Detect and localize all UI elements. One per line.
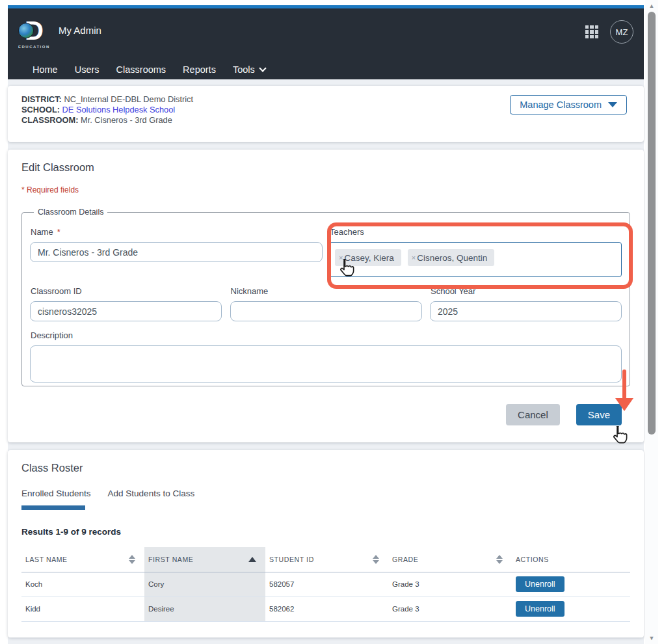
sort-ascending-icon[interactable] xyxy=(248,557,256,562)
nav-item-label: Tools xyxy=(233,64,255,75)
sort-icon[interactable] xyxy=(496,555,503,564)
cell-last-name: Koch xyxy=(21,572,144,597)
teachers-field-group: Teachers × Casey, Kiera × Cisneros, Quen… xyxy=(329,223,622,277)
classroom-context-card: DISTRICT: NC_Internal DE-DBL Demo Distri… xyxy=(8,86,644,142)
brand: D EDUCATION My Admin xyxy=(18,16,101,53)
required-fields-note: * Required fields xyxy=(21,185,630,195)
discovery-education-logo: D EDUCATION xyxy=(18,16,52,53)
classroom-id-input[interactable] xyxy=(30,301,222,321)
table-row: Koch Cory 582057 Grade 3 Unenroll xyxy=(21,572,630,597)
remove-teacher-icon[interactable]: × xyxy=(412,254,416,262)
apps-grid-icon[interactable] xyxy=(585,25,598,38)
chevron-down-icon xyxy=(259,64,266,72)
nav-item-users[interactable]: Users xyxy=(75,64,100,75)
fieldset-legend: Classroom Details xyxy=(34,208,107,217)
nickname-field-group: Nickname xyxy=(230,282,422,321)
school-year-label: School Year xyxy=(431,286,622,296)
remove-teacher-icon[interactable]: × xyxy=(339,254,343,262)
app-title: My Admin xyxy=(59,25,101,36)
column-header-first-name[interactable]: FIRST NAME xyxy=(144,547,265,572)
column-header-student-id[interactable]: STUDENT ID xyxy=(265,547,388,572)
class-roster-card: Class Roster Enrolled Students Add Stude… xyxy=(8,450,644,637)
classroom-row: CLASSROOM: Mr. Cisneros - 3rd Grade xyxy=(21,115,630,126)
classroom-id-label: Classroom ID xyxy=(31,286,222,296)
logo-caption: EDUCATION xyxy=(18,45,55,49)
classroom-value: Mr. Cisneros - 3rd Grade xyxy=(81,115,172,125)
nav-item-tools[interactable]: Tools xyxy=(233,64,265,75)
school-year-field-group: School Year xyxy=(430,282,622,321)
description-field-group: Description xyxy=(30,327,622,382)
tab-add-students[interactable]: Add Students to Class xyxy=(108,489,195,498)
avatar-initials: MZ xyxy=(616,27,628,37)
save-button[interactable]: Save xyxy=(576,404,622,425)
edit-classroom-card: Edit Classroom * Required fields Classro… xyxy=(8,150,644,442)
main-nav: Home Users Classrooms Reports Tools xyxy=(33,64,265,75)
teacher-chip-name: Casey, Kiera xyxy=(344,253,393,263)
column-label: LAST NAME xyxy=(25,556,68,563)
district-value: NC_Internal DE-DBL Demo District xyxy=(64,94,193,104)
cancel-button[interactable]: Cancel xyxy=(506,404,560,425)
scroll-down-icon[interactable]: ▼ xyxy=(648,635,656,641)
nav-item-label: Home xyxy=(33,64,58,75)
scrollbar[interactable]: ▲ ▼ xyxy=(645,0,658,644)
nickname-input[interactable] xyxy=(230,301,422,321)
school-year-input[interactable] xyxy=(430,301,622,321)
nav-item-classrooms[interactable]: Classrooms xyxy=(116,64,166,75)
unenroll-button[interactable]: Unenroll xyxy=(516,576,564,592)
sort-icon[interactable] xyxy=(129,555,135,564)
enrolled-students-table: LAST NAME FIRST NAME STUDENT ID GRADE xyxy=(21,547,630,622)
top-navbar: D EDUCATION My Admin Home Users Classroo… xyxy=(8,5,644,79)
cell-first-name: Cory xyxy=(144,572,265,597)
scrollbar-thumb[interactable] xyxy=(648,12,656,435)
cell-student-id: 582062 xyxy=(265,597,388,621)
school-label: SCHOOL: xyxy=(21,105,60,114)
manage-classroom-button[interactable]: Manage Classroom xyxy=(510,95,627,114)
roster-title: Class Roster xyxy=(21,462,630,474)
cell-last-name: Kidd xyxy=(21,597,144,621)
sort-icon[interactable] xyxy=(373,555,379,564)
tab-enrolled-students[interactable]: Enrolled Students xyxy=(21,489,91,498)
column-label: GRADE xyxy=(392,556,418,563)
name-label: Name* xyxy=(31,227,323,237)
teachers-label: Teachers xyxy=(330,227,622,237)
nav-item-label: Classrooms xyxy=(116,64,166,75)
classroom-id-field-group: Classroom ID xyxy=(30,282,222,321)
cell-student-id: 582057 xyxy=(265,572,388,597)
teachers-multiselect[interactable]: × Casey, Kiera × Cisneros, Quentin xyxy=(329,242,622,277)
name-field-group: Name* xyxy=(30,223,323,277)
school-link[interactable]: DE Solutions Helpdesk School xyxy=(62,105,176,114)
cell-first-name: Desiree xyxy=(144,597,265,621)
name-input[interactable] xyxy=(30,242,323,262)
nickname-label: Nickname xyxy=(231,286,422,296)
unenroll-button[interactable]: Unenroll xyxy=(516,601,564,617)
teacher-chip: × Casey, Kiera xyxy=(335,249,401,266)
description-label: Description xyxy=(31,330,622,340)
column-header-grade[interactable]: GRADE xyxy=(388,547,512,572)
required-asterisk: * xyxy=(57,227,60,237)
table-header-row: LAST NAME FIRST NAME STUDENT ID GRADE xyxy=(21,547,630,572)
globe-icon xyxy=(18,23,34,38)
name-label-text: Name xyxy=(31,227,53,237)
nav-item-home[interactable]: Home xyxy=(33,64,58,75)
nav-item-reports[interactable]: Reports xyxy=(183,64,216,75)
teacher-chip-name: Cisneros, Quentin xyxy=(417,253,487,263)
caret-down-icon xyxy=(608,102,617,107)
description-textarea[interactable] xyxy=(30,345,622,382)
table-row: Kidd Desiree 582062 Grade 3 Unenroll xyxy=(21,597,630,621)
teacher-chip: × Cisneros, Quentin xyxy=(408,249,495,266)
manage-classroom-label: Manage Classroom xyxy=(520,100,602,110)
hand-cursor-icon xyxy=(609,425,629,444)
results-count: Results 1-9 of 9 records xyxy=(21,527,630,537)
nav-item-label: Reports xyxy=(183,64,216,75)
nav-item-label: Users xyxy=(75,64,100,75)
cell-grade: Grade 3 xyxy=(388,572,512,597)
column-header-last-name[interactable]: LAST NAME xyxy=(21,547,144,572)
classroom-details-fieldset: Classroom Details Name* Teachers × Casey… xyxy=(21,208,630,386)
column-header-actions: ACTIONS xyxy=(512,547,630,572)
avatar[interactable]: MZ xyxy=(610,20,633,44)
cell-grade: Grade 3 xyxy=(388,597,512,621)
column-label: FIRST NAME xyxy=(148,556,193,563)
scroll-up-icon[interactable]: ▲ xyxy=(648,3,656,9)
column-label: STUDENT ID xyxy=(269,556,314,563)
page: D EDUCATION My Admin Home Users Classroo… xyxy=(0,0,664,644)
